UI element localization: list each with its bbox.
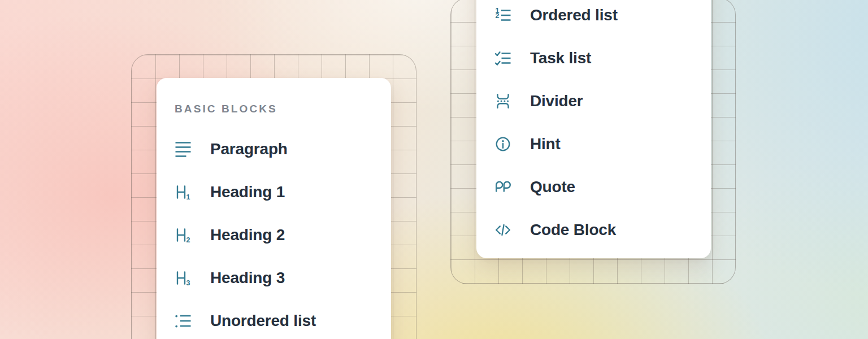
menu-item-heading-1[interactable]: 1 Heading 1 bbox=[175, 171, 377, 214]
code-block-icon bbox=[494, 221, 511, 238]
heading-3-icon: 3 bbox=[175, 270, 192, 286]
menu-item-unordered-list[interactable]: Unordered list bbox=[175, 299, 377, 339]
menu-item-heading-2[interactable]: 2 Heading 2 bbox=[175, 214, 377, 257]
heading-1-icon: 1 bbox=[175, 184, 192, 201]
advanced-blocks-menu: 1 2 Ordered list Task list bbox=[476, 0, 711, 258]
menu-item-paragraph[interactable]: Paragraph bbox=[175, 128, 377, 171]
menu-item-label: Task list bbox=[530, 49, 591, 67]
svg-text:2: 2 bbox=[496, 12, 500, 20]
menu-item-label: Hint bbox=[530, 135, 561, 153]
divider-icon bbox=[494, 93, 511, 110]
background-gradient bbox=[0, 0, 868, 339]
menu-item-code-block[interactable]: Code Block bbox=[494, 208, 697, 251]
quote-icon bbox=[494, 179, 511, 195]
hint-icon bbox=[494, 136, 511, 153]
menu-item-label: Heading 3 bbox=[210, 269, 285, 287]
menu-item-label: Quote bbox=[530, 178, 575, 196]
task-list-icon bbox=[494, 50, 511, 67]
unordered-list-icon bbox=[175, 312, 192, 329]
menu-item-label: Heading 1 bbox=[210, 183, 285, 201]
svg-text:1: 1 bbox=[186, 193, 190, 201]
svg-text:2: 2 bbox=[186, 236, 190, 244]
menu-section-header: BASIC BLOCKS bbox=[175, 103, 377, 115]
heading-2-icon: 2 bbox=[175, 227, 192, 244]
ordered-list-icon: 1 2 bbox=[494, 7, 511, 24]
menu-item-hint[interactable]: Hint bbox=[494, 123, 697, 166]
menu-item-label: Heading 2 bbox=[210, 226, 285, 244]
svg-text:3: 3 bbox=[186, 279, 190, 287]
menu-item-label: Unordered list bbox=[210, 312, 316, 330]
menu-item-ordered-list[interactable]: 1 2 Ordered list bbox=[494, 0, 697, 37]
menu-item-divider[interactable]: Divider bbox=[494, 80, 697, 123]
menu-item-quote[interactable]: Quote bbox=[494, 166, 697, 208]
menu-item-label: Paragraph bbox=[210, 140, 288, 158]
menu-item-label: Code Block bbox=[530, 221, 616, 239]
menu-item-task-list[interactable]: Task list bbox=[494, 37, 697, 80]
menu-items: 1 2 Ordered list Task list bbox=[494, 0, 697, 251]
menu-item-heading-3[interactable]: 3 Heading 3 bbox=[175, 257, 377, 299]
menu-item-label: Divider bbox=[530, 92, 583, 110]
paragraph-icon bbox=[175, 141, 192, 158]
menu-item-label: Ordered list bbox=[530, 6, 618, 24]
menu-items: Paragraph 1 Heading 1 2 Heading 2 bbox=[175, 128, 377, 339]
basic-blocks-menu: BASIC BLOCKS Paragraph 1 Heading 1 bbox=[157, 78, 391, 339]
